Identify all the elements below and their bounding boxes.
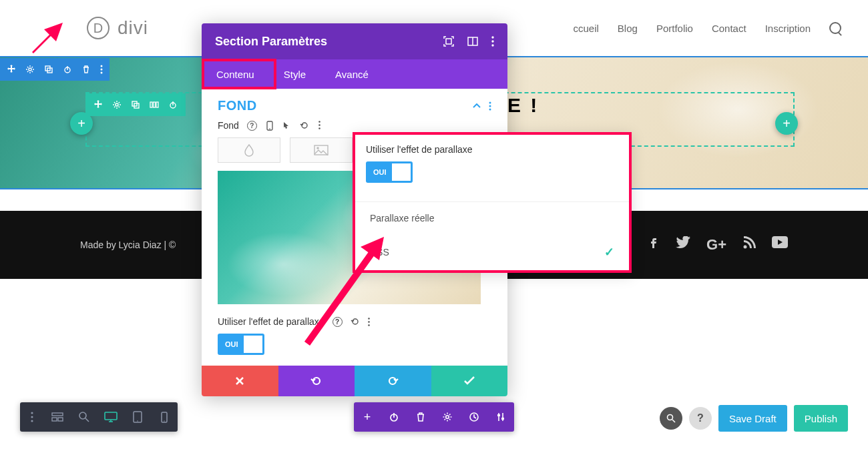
duplicate-icon[interactable] (44, 65, 53, 74)
logo-icon: D (87, 17, 110, 39)
googleplus-icon[interactable]: G+ (706, 236, 726, 254)
twitter-icon[interactable] (676, 236, 690, 254)
reset-icon[interactable] (351, 317, 360, 326)
svg-rect-14 (156, 102, 158, 107)
svg-point-38 (368, 324, 370, 326)
svg-rect-46 (58, 418, 63, 421)
svg-point-30 (269, 128, 270, 129)
dock-desktop-icon[interactable] (97, 402, 124, 432)
svg-point-6 (101, 65, 103, 67)
expand-icon[interactable] (443, 36, 454, 47)
rss-icon[interactable] (742, 236, 756, 254)
snap-icon[interactable] (467, 36, 478, 47)
toggle-on-label: OUI (368, 163, 392, 181)
more-icon[interactable] (100, 65, 103, 74)
dock-add-icon[interactable]: + (354, 402, 381, 432)
toggle-knob (392, 163, 411, 181)
help-icon[interactable]: ? (247, 121, 257, 131)
svg-point-53 (137, 420, 138, 422)
dock-history-icon[interactable] (461, 402, 487, 432)
phone-icon[interactable] (266, 121, 273, 131)
tab-content[interactable]: Contenu (202, 59, 269, 89)
gear-icon[interactable] (25, 65, 35, 74)
svg-point-43 (31, 420, 33, 422)
modal-title: Section Paramètres (215, 35, 327, 49)
hover-icon[interactable] (282, 121, 290, 131)
svg-rect-20 (446, 39, 451, 44)
add-row-right[interactable]: + (775, 112, 798, 135)
tab-advanced[interactable]: Avancé (320, 59, 383, 89)
dock-trash-icon[interactable] (407, 402, 434, 432)
bg-label: Fond (218, 120, 239, 131)
move-icon[interactable] (93, 100, 103, 109)
nav-link-blog[interactable]: Blog (618, 23, 638, 34)
svg-point-31 (318, 121, 320, 123)
save-button[interactable] (431, 366, 508, 396)
columns-icon[interactable] (150, 100, 159, 109)
svg-point-17 (744, 246, 747, 249)
svg-rect-62 (497, 414, 500, 416)
save-draft-button[interactable]: Save Draft (718, 405, 787, 432)
search-icon[interactable] (829, 22, 841, 34)
publish-button[interactable]: Publish (794, 405, 848, 432)
accordion-title-fond[interactable]: FOND (218, 98, 257, 113)
dock-search-icon[interactable] (660, 407, 682, 430)
power-icon[interactable] (168, 100, 178, 109)
more-icon[interactable] (368, 318, 370, 326)
redo-button[interactable] (355, 366, 431, 396)
svg-marker-0 (32, 23, 63, 53)
dock-sliders-icon[interactable] (487, 402, 514, 432)
reset-icon[interactable] (300, 121, 309, 131)
svg-point-36 (368, 318, 370, 320)
svg-point-26 (489, 101, 491, 103)
modal-header[interactable]: Section Paramètres (202, 23, 507, 59)
nav-link-inscription[interactable]: Inscription (765, 23, 811, 34)
svg-line-48 (85, 418, 89, 422)
dock-phone-icon[interactable] (151, 402, 178, 432)
svg-point-25 (491, 44, 493, 46)
more-icon[interactable] (491, 36, 494, 47)
more-icon[interactable] (489, 101, 491, 111)
trash-icon[interactable] (81, 65, 91, 74)
parallax-toggle[interactable]: OUI (218, 334, 264, 355)
cancel-button[interactable] (202, 366, 278, 396)
more-icon[interactable] (318, 121, 320, 131)
svg-point-33 (318, 127, 320, 129)
undo-button[interactable] (278, 366, 355, 396)
hero-text-fragment: E ! (507, 94, 539, 117)
help-icon[interactable]: ? (333, 317, 343, 327)
tab-style[interactable]: Style (269, 59, 320, 89)
footer-credit: Made by Lycia Diaz | © (80, 240, 176, 250)
svg-point-47 (79, 412, 86, 419)
modal-tabs: Contenu Style Avancé (202, 59, 507, 89)
dock-help-icon[interactable]: ? (689, 407, 712, 430)
row-toolbar (85, 93, 186, 116)
dock-power-icon[interactable] (381, 402, 407, 432)
facebook-icon[interactable] (646, 236, 660, 254)
option-parallax-css[interactable]: CSS ✓ (355, 234, 629, 270)
nav-link-contact[interactable]: Contact (712, 23, 746, 34)
duplicate-icon[interactable] (131, 100, 140, 109)
bg-tab-color[interactable] (218, 137, 280, 163)
dock-wireframe-icon[interactable] (44, 402, 71, 432)
svg-point-37 (368, 321, 370, 323)
power-icon[interactable] (63, 65, 72, 74)
collapse-icon[interactable] (473, 103, 481, 109)
move-icon[interactable] (7, 65, 16, 74)
parallax-method-popover: Utiliser l'effet de parallaxe OUI Parall… (353, 132, 632, 273)
dock-more-icon[interactable] (20, 402, 44, 432)
option-parallax-real[interactable]: Parallaxe réelle (355, 202, 629, 234)
svg-point-7 (101, 69, 103, 71)
footer-socials: G+ (646, 236, 788, 254)
modal-footer (202, 366, 507, 396)
dock-gear-icon[interactable] (434, 402, 461, 432)
nav-link-portfolio[interactable]: Portfolio (656, 23, 693, 34)
bg-tab-image[interactable] (290, 137, 353, 163)
svg-point-35 (316, 147, 319, 149)
dock-zoom-icon[interactable] (71, 402, 97, 432)
youtube-icon[interactable] (772, 236, 788, 254)
dock-tablet-icon[interactable] (124, 402, 151, 432)
popover-parallax-toggle[interactable]: OUI (366, 161, 413, 183)
gear-icon[interactable] (112, 100, 122, 109)
nav-link-accueil[interactable]: ccueil (574, 23, 599, 34)
